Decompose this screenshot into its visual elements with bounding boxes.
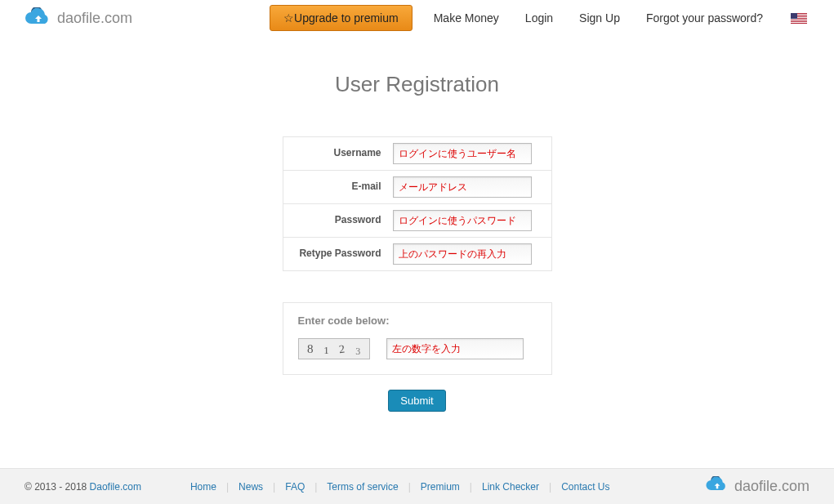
footer-faq[interactable]: FAQ [285, 481, 305, 493]
retype-password-label: Retype Password [283, 238, 390, 270]
footer-contact[interactable]: Contact Us [561, 481, 609, 493]
svg-rect-7 [791, 22, 807, 23]
svg-rect-5 [791, 19, 807, 20]
captcha-digit: 1 [323, 344, 329, 357]
footer-home[interactable]: Home [190, 481, 216, 493]
footer-news[interactable]: News [239, 481, 263, 493]
footer-tos[interactable]: Terms of service [327, 481, 398, 493]
upgrade-premium-button[interactable]: ☆Upgrade to premium [270, 5, 413, 31]
row-username: Username [283, 137, 551, 171]
retype-password-input[interactable] [393, 243, 532, 265]
captcha-digit: 2 [339, 343, 346, 357]
footer-logo-text: daofile.com [734, 478, 809, 495]
svg-rect-8 [791, 13, 797, 19]
registration-form: Username E-mail Password Retype Password [283, 136, 552, 271]
header: daofile.com ☆Upgrade to premium Make Mon… [0, 0, 834, 39]
star-icon: ☆ [283, 11, 294, 25]
footer: © 2013 - 2018 Daofile.com Home| News| FA… [0, 468, 834, 504]
password-label: Password [283, 204, 390, 237]
footer-site-link[interactable]: Daofile.com [90, 481, 141, 493]
row-retype-password: Retype Password [283, 238, 551, 270]
captcha-title: Enter code below: [298, 314, 537, 327]
upgrade-label: Upgrade to premium [294, 11, 399, 25]
email-input[interactable] [393, 176, 532, 198]
email-label: E-mail [283, 171, 390, 203]
nav-forgot-password[interactable]: Forgot your password? [633, 5, 776, 31]
password-input[interactable] [393, 210, 532, 231]
row-email: E-mail [283, 171, 551, 204]
footer-logo[interactable]: daofile.com [705, 476, 809, 497]
cloud-upload-icon [25, 7, 52, 29]
nav-make-money[interactable]: Make Money [421, 5, 512, 31]
captcha-digit: 3 [355, 346, 360, 358]
captcha-digit: 8 [307, 342, 314, 356]
cloud-upload-icon [705, 476, 729, 497]
footer-link-checker[interactable]: Link Checker [482, 481, 539, 493]
username-label: Username [283, 137, 390, 170]
row-password: Password [283, 204, 551, 238]
logo-text: daofile.com [57, 10, 132, 27]
footer-links: Home| News| FAQ| Terms of service| Premi… [190, 481, 610, 493]
content: User Registration Username E-mail Passwo… [0, 39, 834, 412]
nav-login[interactable]: Login [512, 5, 566, 31]
language-flag-us-icon[interactable] [791, 13, 807, 24]
footer-copyright: © 2013 - 2018 Daofile.com [25, 481, 141, 493]
submit-button[interactable]: Submit [388, 390, 445, 412]
captcha-input[interactable] [386, 338, 524, 359]
captcha-image: 8 1 2 3 [298, 338, 370, 359]
logo[interactable]: daofile.com [25, 7, 132, 29]
footer-premium[interactable]: Premium [421, 481, 460, 493]
svg-rect-6 [791, 20, 807, 21]
username-input[interactable] [393, 143, 532, 164]
page-title: User Registration [0, 72, 834, 97]
captcha-box: Enter code below: 8 1 2 3 [283, 302, 552, 375]
nav-signup[interactable]: Sign Up [566, 5, 633, 31]
